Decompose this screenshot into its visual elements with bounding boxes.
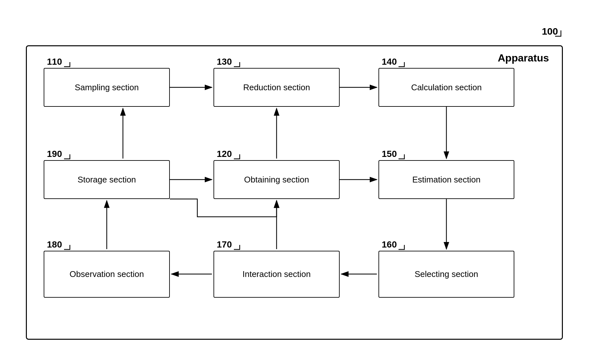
ref-110-bracket: [63, 62, 71, 67]
ref-150-label: 150: [382, 149, 397, 159]
apparatus-label: Apparatus: [498, 52, 549, 64]
ref-140-label: 140: [382, 57, 397, 67]
ref-100-bracket: [552, 30, 562, 37]
sampling-section-box: Sampling section: [44, 68, 170, 107]
ref-190-label: 190: [47, 149, 62, 159]
ref-150-bracket: [398, 154, 405, 160]
calculation-section-box: Calculation section: [378, 68, 514, 107]
ref-130-label: 130: [217, 57, 232, 67]
ref-120-bracket: [233, 154, 240, 160]
estimation-section-box: Estimation section: [378, 160, 514, 199]
selecting-section-box: Selecting section: [378, 251, 514, 298]
ref-180-bracket: [63, 245, 71, 250]
ref-140-bracket: [398, 62, 405, 67]
ref-190-bracket: [63, 154, 71, 160]
ref-180-label: 180: [47, 239, 62, 250]
reduction-section-box: Reduction section: [213, 68, 340, 107]
ref-130-bracket: [233, 62, 240, 67]
ref-160-bracket: [398, 245, 405, 250]
ref-170-label: 170: [217, 239, 232, 250]
ref-170-bracket: [233, 245, 240, 250]
storage-section-box: Storage section: [44, 160, 170, 199]
ref-120-label: 120: [217, 149, 232, 159]
diagram-container: 100 Apparatus 110 Sampling section 130 R…: [26, 26, 576, 346]
ref-110-label: 110: [47, 57, 62, 67]
interaction-section-box: Interaction section: [213, 251, 340, 298]
ref-160-label: 160: [382, 239, 397, 250]
obtaining-section-box: Obtaining section: [213, 160, 340, 199]
observation-section-box: Observation section: [44, 251, 170, 298]
